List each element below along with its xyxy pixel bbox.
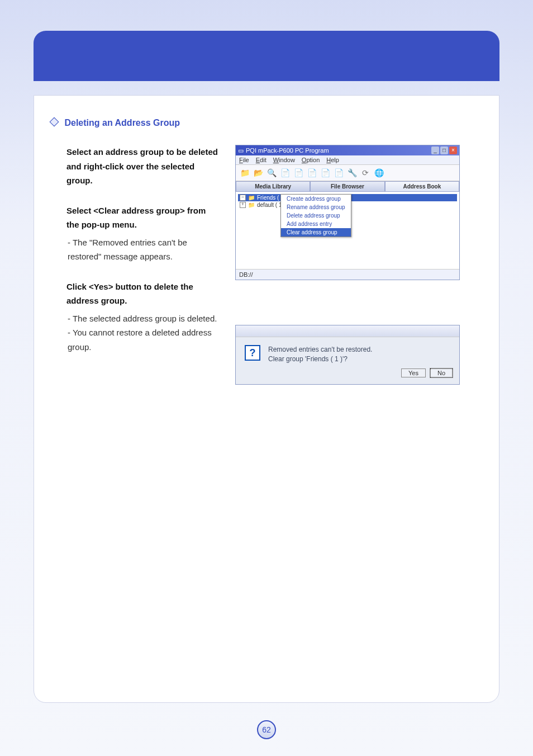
tab-file-browser[interactable]: File Browser — [310, 181, 384, 192]
toolbar-icon-4[interactable]: 📄 — [279, 167, 291, 178]
step1-bold: Select an address group to be deleted an… — [66, 145, 218, 188]
toolbar-icon-11[interactable]: 🌐 — [373, 167, 384, 178]
page-header-band — [34, 31, 499, 81]
two-column-layout: Select an address group to be deleted an… — [51, 145, 482, 385]
step3-detail2: - You cannot restore a deleted address g… — [68, 325, 218, 354]
no-button[interactable]: No — [430, 368, 453, 377]
toolbar-icon-5[interactable]: 📄 — [293, 167, 304, 178]
section-heading: Deleting an Address Group — [51, 118, 482, 128]
app-icon: ▭ — [238, 147, 244, 154]
dialog-text: Removed entries can't be restored. Clear… — [268, 345, 372, 364]
content-frame: Deleting an Address Group Select an addr… — [34, 95, 499, 703]
dialog-body: ? Removed entries can't be restored. Cle… — [236, 337, 459, 368]
diamond-bullet-icon — [50, 117, 59, 127]
toolbar: 📁 📂 🔍 📄 📄 📄 📄 📄 🔧 ⟳ 🌐 — [236, 164, 459, 181]
app-window: ▭ PQI mPack-P600 PC Program _ □ × File E… — [235, 145, 460, 280]
status-bar: DB:// — [236, 269, 459, 280]
step-3: Click <Yes> button to delete the address… — [51, 280, 218, 355]
dialog-title-bar — [236, 325, 459, 337]
context-menu: Create address group Rename address grou… — [280, 194, 351, 237]
menu-file[interactable]: File — [239, 157, 249, 163]
instruction-column: Select an address group to be deleted an… — [51, 145, 218, 385]
ctx-create[interactable]: Create address group — [281, 195, 351, 203]
toolbar-icon-7[interactable]: 📄 — [320, 167, 331, 178]
minimize-button[interactable]: _ — [431, 147, 439, 154]
heading-text: Deleting an Address Group — [64, 118, 180, 127]
dialog-line2: Clear group 'Friends ( 1 )'? — [268, 355, 372, 364]
toolbar-icon-3[interactable]: 🔍 — [266, 167, 277, 178]
figure-column: ▭ PQI mPack-P600 PC Program _ □ × File E… — [235, 145, 482, 385]
menu-help[interactable]: Help — [326, 157, 339, 163]
page-number: 62 — [257, 720, 276, 739]
dialog-buttons: Yes No — [236, 368, 459, 384]
toolbar-icon-6[interactable]: 📄 — [306, 167, 317, 178]
app-title: PQI mPack-P600 PC Program — [246, 147, 329, 154]
ctx-delete[interactable]: Delete address group — [281, 211, 351, 220]
confirm-dialog: ? Removed entries can't be restored. Cle… — [235, 325, 460, 385]
menu-edit[interactable]: Edit — [256, 157, 266, 163]
toolbar-icon-10[interactable]: ⟳ — [360, 167, 371, 178]
expand-icon[interactable]: + — [240, 202, 246, 208]
step-1: Select an address group to be deleted an… — [51, 145, 218, 188]
toolbar-icon-2[interactable]: 📂 — [253, 167, 264, 178]
menu-option[interactable]: Option — [302, 157, 320, 163]
title-bar: ▭ PQI mPack-P600 PC Program _ □ × — [236, 145, 459, 155]
menu-bar: File Edit Window Option Help — [236, 155, 459, 164]
question-icon: ? — [245, 345, 260, 361]
tree-area: − 📁 Friends ( 1 ) + 📁 default ( 1 ) Crea… — [236, 192, 459, 269]
expand-icon[interactable]: − — [240, 195, 246, 201]
toolbar-icon-8[interactable]: 📄 — [333, 167, 344, 178]
toolbar-icon-1[interactable]: 📁 — [239, 167, 250, 178]
ctx-add-entry[interactable]: Add address entry — [281, 220, 351, 228]
folder-icon: 📁 — [248, 202, 255, 208]
dialog-line1: Removed entries can't be restored. — [268, 345, 372, 355]
yes-button[interactable]: Yes — [401, 368, 426, 377]
tab-address-book[interactable]: Address Book — [385, 181, 459, 192]
ctx-rename[interactable]: Rename address group — [281, 203, 351, 211]
step3-detail1: - The selected address group is deleted. — [68, 311, 218, 326]
tab-media-library[interactable]: Media Library — [236, 181, 310, 192]
step2-detail: - The "Removed entries can't be restored… — [68, 235, 218, 264]
folder-icon: 📁 — [248, 195, 255, 201]
step-2: Select <Clear address group> from the po… — [51, 204, 218, 264]
step2-bold: Select <Clear address group> from the po… — [66, 204, 218, 232]
ctx-clear[interactable]: Clear address group — [281, 228, 351, 237]
tab-row: Media Library File Browser Address Book — [236, 181, 459, 192]
toolbar-icon-9[interactable]: 🔧 — [346, 167, 358, 178]
window-controls: _ □ × — [431, 147, 457, 154]
maximize-button[interactable]: □ — [440, 147, 448, 154]
close-button[interactable]: × — [449, 147, 457, 154]
menu-window[interactable]: Window — [273, 157, 295, 163]
step3-bold: Click <Yes> button to delete the address… — [66, 280, 218, 308]
